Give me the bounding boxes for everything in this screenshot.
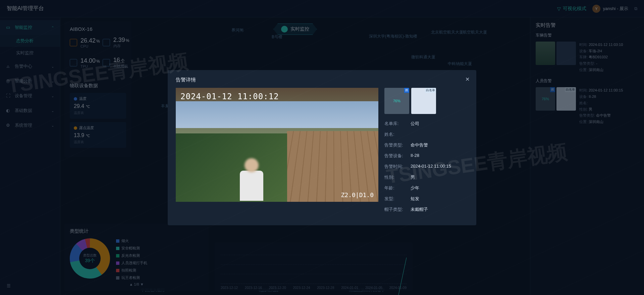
detail-row: 年龄:少年 bbox=[384, 185, 468, 191]
close-icon[interactable]: ✕ bbox=[465, 76, 470, 82]
detail-list: 名单库:公司姓名:告警类型:命中告警告警设备:II-28告警时间:2024-01… bbox=[384, 121, 468, 213]
detail-row: 告警类型:命中告警 bbox=[384, 142, 468, 148]
detail-thumb-whitelist: 白名单 bbox=[411, 88, 436, 114]
detail-row: 姓名: bbox=[384, 131, 468, 137]
snapshot-zoom: Z2.0|D1.0 bbox=[341, 191, 374, 198]
snapshot-image: 2024-01-12 11:00:12 Z2.0|D1.0 bbox=[176, 88, 378, 202]
detail-row: 名单库:公司 bbox=[384, 121, 468, 127]
alarm-detail-modal: 告警详情 ✕ 2024-01-12 11:00:12 Z2.0|D1.0 抓 7… bbox=[168, 70, 476, 225]
snapshot-timestamp: 2024-01-12 11:00:12 bbox=[180, 92, 279, 101]
modal-overlay[interactable]: 告警详情 ✕ 2024-01-12 11:00:12 Z2.0|D1.0 抓 7… bbox=[0, 0, 644, 295]
detail-row: 性别:男 bbox=[384, 174, 468, 180]
detail-thumb-captured: 抓 76% bbox=[384, 88, 409, 114]
detail-row: 帽子类型:未戴帽子 bbox=[384, 206, 468, 213]
detail-row: 发型:短发 bbox=[384, 196, 468, 202]
modal-title: 告警详情 bbox=[176, 77, 468, 83]
detail-row: 告警时间:2024-01-12 11:00:15 bbox=[384, 164, 468, 170]
detail-row: 告警设备:II-28 bbox=[384, 153, 468, 159]
